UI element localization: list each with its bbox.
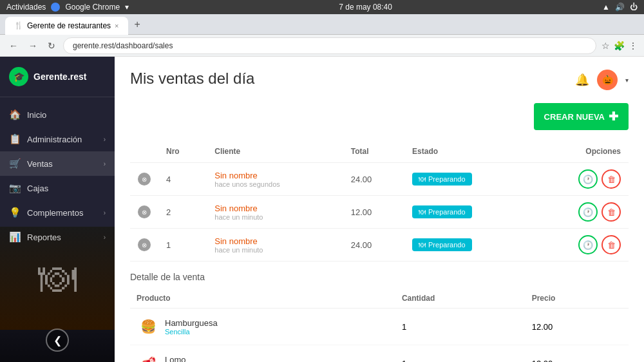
sidebar-content: 🎓 Gerente.rest 🏠 Inicio 📋 Administración… (0, 57, 115, 362)
forward-button[interactable]: → (26, 39, 40, 52)
th-opciones: Opciones (531, 140, 629, 163)
detail-row: 🥩 Lomo Sencillo 1 12.00 (130, 345, 629, 363)
detail-qty: 1 (395, 309, 526, 345)
notification-bell-button[interactable]: 🔔 (575, 73, 589, 87)
menu-icon[interactable]: ⋮ (629, 41, 638, 51)
sales-table-body: ⊗ 4 Sin nombre hace unos segundos 24.00 … (130, 163, 629, 262)
product-image: 🥩 (137, 352, 160, 362)
power-icon: ⏻ (630, 3, 638, 12)
view-order-button[interactable]: 🕐 (578, 235, 598, 254)
product-text: Hamburguesa Sencilla (165, 318, 218, 336)
extensions-icon[interactable]: 🧩 (614, 41, 625, 51)
status-icon: 🍽 (419, 241, 426, 249)
os-bar: Actividades Google Chrome ▾ 7 de may 08:… (0, 0, 644, 14)
activities-label: Actividades (6, 3, 46, 12)
options-cell: 🕐 🗑 (538, 235, 621, 254)
reportes-icon: 📊 (9, 231, 21, 243)
sidebar-nav: 🏠 Inicio 📋 Administración › 🛒 Ventas › 📷… (0, 97, 115, 254)
complementos-icon: 💡 (9, 207, 21, 218)
main-content: Mis ventas del día 🔔 🎃 ▾ CREAR NUEVA ✚ N… (115, 57, 644, 362)
delete-order-button[interactable]: 🗑 (601, 235, 621, 254)
new-tab-button[interactable]: + (132, 19, 143, 30)
sidebar-item-label-ventas: Ventas (27, 159, 53, 169)
detail-product-cell: 🍔 Hamburguesa Sencilla (130, 309, 395, 345)
reload-button[interactable]: ↻ (45, 39, 58, 52)
status-circle: ⊗ (138, 238, 151, 251)
create-new-button[interactable]: CREAR NUEVA ✚ (534, 103, 629, 130)
sidebar-back-button[interactable]: ❮ (46, 329, 69, 352)
view-order-button[interactable]: 🕐 (578, 169, 598, 189)
sidebar-item-ventas[interactable]: 🛒 Ventas › (0, 151, 115, 176)
detail-price: 12.00 (526, 309, 629, 345)
tab-close-button[interactable]: × (115, 22, 118, 30)
bookmark-icon[interactable]: ☆ (601, 41, 610, 51)
row-estado: 🍽 Preparando (404, 163, 531, 196)
row-client: Sin nombre hace un minuto (207, 196, 343, 229)
product-name: Lomo (165, 355, 190, 363)
logo-text: Gerente.rest (33, 71, 86, 82)
detail-th-producto: Producto (130, 289, 395, 309)
sidebar-item-inicio[interactable]: 🏠 Inicio (0, 102, 115, 127)
row-nro: 2 (158, 196, 207, 229)
product-text: Lomo Sencillo (165, 355, 190, 363)
sidebar-item-label-reportes: Reportes (27, 233, 61, 242)
table-row: ⊗ 4 Sin nombre hace unos segundos 24.00 … (130, 163, 629, 196)
client-time: hace un minuto (214, 213, 336, 221)
row-options: 🕐 🗑 (531, 229, 629, 262)
client-time: hace unos segundos (214, 180, 336, 188)
row-total: 24.00 (343, 163, 404, 196)
delete-order-button[interactable]: 🗑 (601, 169, 621, 189)
client-name: Sin nombre (214, 236, 336, 246)
sidebar-item-label-inicio: Inicio (27, 110, 46, 120)
row-status-icon: ⊗ (130, 163, 158, 196)
sidebar-item-label-cajas: Cajas (27, 184, 48, 193)
status-badge: 🍽 Preparando (412, 238, 472, 251)
sidebar-item-cajas[interactable]: 📷 Cajas (0, 176, 115, 200)
detail-price: 12.00 (526, 345, 629, 363)
chevron-right-icon-ventas: › (104, 160, 106, 167)
product-name: Hamburguesa (165, 318, 218, 328)
product-sub: Sencilla (165, 328, 218, 336)
row-status-icon: ⊗ (130, 229, 158, 262)
page-header: Mis ventas del día 🔔 🎃 ▾ (130, 70, 629, 90)
view-order-button[interactable]: 🕐 (578, 202, 598, 222)
plus-icon: ✚ (609, 110, 618, 124)
browser-tab[interactable]: 🍴 Gerente de restaurantes × (5, 17, 128, 35)
back-button[interactable]: ← (6, 39, 21, 52)
row-total: 24.00 (343, 229, 404, 262)
user-dropdown-button[interactable]: ▾ (625, 77, 629, 84)
logo-icon: 🎓 (9, 67, 28, 86)
client-time: hace un minuto (214, 246, 336, 254)
dropdown-arrow: ▾ (125, 3, 129, 12)
detail-th-precio: Precio (526, 289, 629, 309)
home-icon: 🏠 (9, 109, 21, 120)
detail-qty: 1 (395, 345, 526, 363)
sidebar-logo: 🎓 Gerente.rest (0, 57, 115, 97)
sidebar: 🎓 Gerente.rest 🏠 Inicio 📋 Administración… (0, 57, 115, 362)
sidebar-item-reportes[interactable]: 📊 Reportes › (0, 225, 115, 249)
tab-favicon: 🍴 (14, 21, 23, 30)
browser-tab-bar: 🍴 Gerente de restaurantes × + (0, 14, 644, 35)
chevron-right-icon-rep: › (104, 234, 106, 241)
url-input[interactable] (63, 37, 596, 54)
header-actions: 🔔 🎃 ▾ (575, 70, 629, 90)
sidebar-item-complementos[interactable]: 💡 Complementos › (0, 200, 115, 225)
browser-label: Google Chrome (65, 3, 120, 12)
sidebar-item-administracion[interactable]: 📋 Administración › (0, 127, 115, 151)
delete-order-button[interactable]: 🗑 (601, 202, 621, 222)
status-icon: 🍽 (419, 175, 426, 183)
client-name: Sin nombre (214, 171, 336, 180)
row-client: Sin nombre hace unos segundos (207, 163, 343, 196)
row-estado: 🍽 Preparando (404, 229, 531, 262)
detail-section: Detalle de la venta Producto Cantidad Pr… (130, 272, 629, 362)
detail-header-row: Producto Cantidad Precio (130, 289, 629, 309)
status-circle: ⊗ (138, 205, 151, 218)
row-options: 🕐 🗑 (531, 196, 629, 229)
address-bar: ← → ↻ ☆ 🧩 ⋮ (0, 35, 644, 57)
th-cliente: Cliente (207, 140, 343, 163)
client-name: Sin nombre (214, 204, 336, 213)
th-icon (130, 140, 158, 163)
detail-table-body: 🍔 Hamburguesa Sencilla 1 12.00 🥩 Lomo Se… (130, 309, 629, 363)
user-avatar[interactable]: 🎃 (597, 70, 618, 90)
product-image: 🍔 (137, 315, 160, 338)
